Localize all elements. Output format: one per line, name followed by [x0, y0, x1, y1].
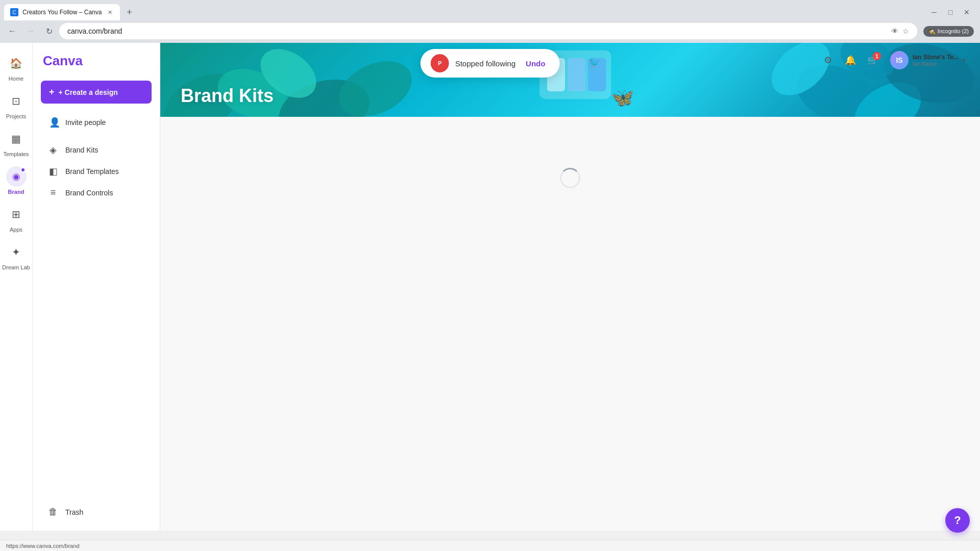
- sidebar-item-brand[interactable]: ◉ Brand: [0, 162, 33, 199]
- left-panel: Canva + + Create a design 👤 Invite peopl…: [33, 43, 160, 531]
- brand-icon: ◉: [6, 166, 27, 187]
- toast-undo-button[interactable]: Undo: [522, 57, 549, 70]
- star-icon[interactable]: ☆: [902, 27, 909, 35]
- incognito-icon: 🕵: [928, 28, 936, 35]
- incognito-label: Incognito (2): [938, 28, 969, 34]
- brand-kits-label: Brand Kits: [65, 146, 99, 154]
- sidebar-item-dreamlab-label: Dream Lab: [2, 264, 30, 270]
- notifications-button[interactable]: 🔔: [841, 51, 860, 69]
- apps-icon: ⊞: [6, 204, 27, 224]
- window-controls: ─ □ ✕: [927, 5, 980, 19]
- url-text: canva.com/brand: [67, 27, 887, 35]
- brand-controls-label: Brand Controls: [65, 189, 113, 197]
- forward-button[interactable]: →: [22, 23, 39, 39]
- sidebar-narrow: 🏠 Home ⊡ Projects ▦ Templates ◉ Brand ⊞ …: [0, 43, 33, 531]
- loading-spinner: [560, 168, 580, 188]
- brand-templates-icon: ◧: [47, 166, 59, 177]
- create-design-button[interactable]: + + Create a design: [41, 81, 152, 104]
- settings-button[interactable]: ⚙: [819, 51, 837, 69]
- app-container: 🏠 Home ⊡ Projects ▦ Templates ◉ Brand ⊞ …: [0, 43, 980, 531]
- browser-chrome: C Creators You Follow – Canva ✕ + ─ □ ✕ …: [0, 0, 980, 43]
- toast-notification: P Stopped following Undo: [421, 49, 560, 78]
- trash-icon: 🗑: [47, 507, 59, 517]
- sidebar-item-apps[interactable]: ⊞ Apps: [0, 200, 33, 237]
- trash-item[interactable]: 🗑 Trash: [37, 502, 156, 522]
- eye-slash-icon: 👁: [891, 27, 898, 35]
- minimize-button[interactable]: ─: [927, 5, 941, 19]
- tab-bar: C Creators You Follow – Canva ✕ + ─ □ ✕: [0, 0, 980, 20]
- cart-badge: 1: [873, 52, 881, 60]
- user-name-top: Ian Stone's Te...: [913, 54, 959, 61]
- user-menu[interactable]: IS Ian Stone's Te... Ian Stone ▾: [886, 49, 970, 71]
- sidebar-item-home[interactable]: 🏠 Home: [0, 49, 33, 86]
- home-icon: 🏠: [6, 53, 27, 73]
- sidebar-item-apps-label: Apps: [10, 227, 22, 233]
- status-bar: https://www.canva.com/brand: [0, 540, 980, 551]
- canva-logo-svg: Canva: [43, 53, 89, 68]
- back-button[interactable]: ←: [4, 23, 20, 39]
- notifications-icon: 🔔: [845, 55, 856, 66]
- close-button[interactable]: ✕: [960, 5, 974, 19]
- invite-people-label: Invite people: [65, 118, 106, 127]
- main-content: ⚙ 🔔 🛒 1 IS Ian Stone's Te... Ian Stone ▾: [160, 43, 980, 531]
- dreamlab-icon: ✦: [6, 242, 27, 262]
- brand-badge: [20, 167, 26, 172]
- banner-title: Brand Kits: [181, 85, 274, 107]
- reload-button[interactable]: ↻: [41, 23, 57, 39]
- toast-text: Stopped following: [455, 59, 516, 68]
- sidebar-item-templates[interactable]: ▦ Templates: [0, 124, 33, 161]
- tab-title: Creators You Follow – Canva: [22, 9, 102, 16]
- status-url: https://www.canva.com/brand: [6, 543, 80, 549]
- user-info: Ian Stone's Te... Ian Stone: [913, 54, 959, 67]
- maximize-button[interactable]: □: [943, 5, 958, 19]
- toast-avatar: P: [431, 54, 449, 72]
- sidebar-item-projects[interactable]: ⊡ Projects: [0, 87, 33, 123]
- svg-text:Canva: Canva: [43, 53, 83, 68]
- trash-label: Trash: [65, 508, 83, 516]
- address-bar-row: ← → ↻ canva.com/brand 👁 ☆ 🕵 Incognito (2…: [0, 20, 980, 43]
- toast-avatar-initials: P: [431, 54, 449, 72]
- plus-icon: +: [49, 87, 55, 97]
- sidebar-item-templates-label: Templates: [3, 151, 29, 157]
- chevron-down-icon: ▾: [963, 57, 966, 64]
- app-header: ⚙ 🔔 🛒 1 IS Ian Stone's Te... Ian Stone ▾: [808, 43, 980, 78]
- brand-controls-icon: ≡: [47, 187, 59, 198]
- invite-icon: 👤: [49, 117, 60, 128]
- tab-favicon: C: [10, 8, 18, 16]
- incognito-badge[interactable]: 🕵 Incognito (2): [923, 26, 974, 37]
- cart-button[interactable]: 🛒 1: [864, 51, 882, 69]
- canva-logo: Canva: [33, 51, 160, 81]
- loading-container: [160, 117, 980, 239]
- svg-text:🦋: 🦋: [611, 87, 634, 109]
- svg-text:🐦: 🐦: [588, 56, 601, 68]
- svg-rect-13: [568, 58, 585, 91]
- avatar: IS: [890, 51, 909, 69]
- tab-item-active[interactable]: C Creators You Follow – Canva ✕: [4, 4, 120, 20]
- sidebar-item-dreamlab[interactable]: ✦ Dream Lab: [0, 238, 33, 274]
- brand-controls-item[interactable]: ≡ Brand Controls: [37, 182, 156, 203]
- new-tab-button[interactable]: +: [122, 5, 136, 19]
- create-design-label: + Create a design: [59, 88, 118, 96]
- invite-people-button[interactable]: 👤 Invite people: [41, 112, 152, 133]
- address-bar[interactable]: canva.com/brand 👁 ☆: [59, 23, 917, 39]
- help-button[interactable]: ?: [945, 508, 970, 533]
- templates-icon: ▦: [6, 129, 27, 149]
- projects-icon: ⊡: [6, 91, 27, 111]
- brand-kits-item[interactable]: ◈ Brand Kits: [37, 139, 156, 161]
- browser-toolbar-right: 🕵 Incognito (2): [923, 26, 974, 37]
- user-name-bottom: Ian Stone: [913, 61, 959, 67]
- brand-kits-icon: ◈: [47, 144, 59, 156]
- sidebar-item-brand-label: Brand: [8, 189, 24, 195]
- settings-icon: ⚙: [824, 55, 832, 66]
- tab-close-icon[interactable]: ✕: [106, 8, 114, 16]
- sidebar-item-projects-label: Projects: [6, 113, 27, 119]
- brand-templates-item[interactable]: ◧ Brand Templates: [37, 161, 156, 182]
- brand-templates-label: Brand Templates: [65, 167, 119, 176]
- sidebar-item-home-label: Home: [9, 76, 23, 82]
